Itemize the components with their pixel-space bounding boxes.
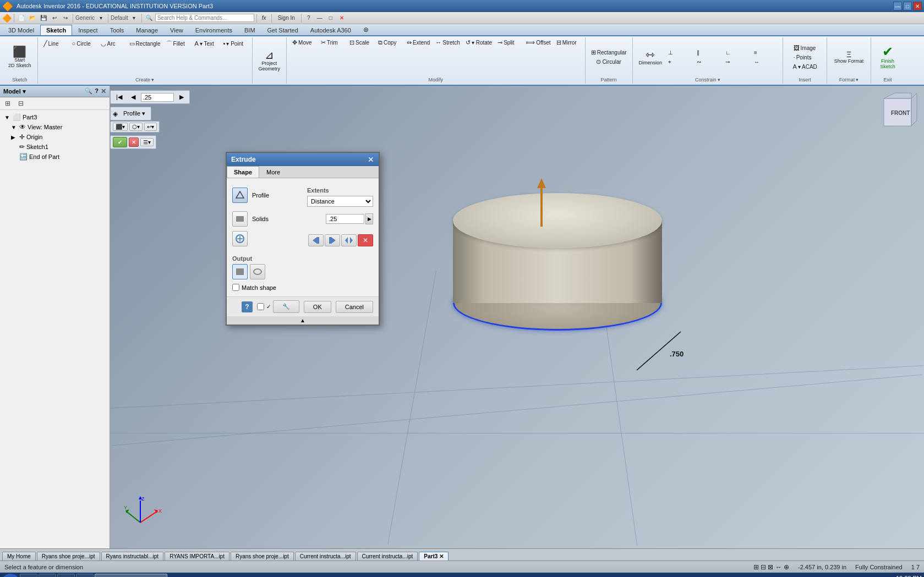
- undo-button[interactable]: ↩: [50, 13, 59, 23]
- match-shape-checkbox[interactable]: [232, 284, 239, 291]
- split-button[interactable]: ⊸Split: [495, 39, 523, 47]
- material-dropdown[interactable]: ▾: [129, 13, 139, 23]
- view-cube[interactable]: FRONT: [876, 90, 920, 134]
- dir-flip-button[interactable]: ✕: [358, 234, 373, 246]
- rotate-button[interactable]: ↺▾ Rotate: [463, 39, 494, 47]
- create-dropdown-icon[interactable]: ▾: [151, 77, 154, 83]
- taskbar-explorer[interactable]: 📁: [20, 574, 37, 577]
- maximize-button[interactable]: □: [903, 2, 912, 10]
- footer-checkbox[interactable]: [257, 303, 264, 310]
- help-button[interactable]: ?: [304, 13, 314, 23]
- tab-manage[interactable]: Manage: [130, 25, 164, 35]
- extrude-tab-more[interactable]: More: [259, 166, 287, 178]
- profile-select-button[interactable]: Profile ▾: [120, 108, 149, 119]
- window-max[interactable]: □: [326, 13, 336, 23]
- viewport[interactable]: .750 X Y Z FRONT: [110, 86, 924, 548]
- dir-both-button[interactable]: [341, 234, 357, 246]
- viewport-cancel-button[interactable]: ✕: [129, 138, 139, 147]
- style-dropdown[interactable]: ▾: [96, 13, 106, 23]
- tree-item-viewmaster[interactable]: ▼ 👁 View: Master: [2, 122, 107, 132]
- save-button[interactable]: 💾: [39, 13, 48, 23]
- dir-left-button[interactable]: [325, 234, 340, 246]
- arc-button[interactable]: ◡Arc: [99, 40, 126, 48]
- signin-button[interactable]: Sign In: [274, 13, 299, 23]
- equal-button[interactable]: ⊸: [723, 58, 751, 67]
- point-button[interactable]: •▾ Point: [221, 40, 249, 48]
- mirror-button[interactable]: ⊟Mirror: [554, 39, 582, 47]
- format-dropdown-icon[interactable]: ▾: [856, 77, 859, 83]
- image-button[interactable]: 🖼Image: [791, 44, 819, 52]
- tab-bim[interactable]: BIM: [238, 25, 261, 35]
- dir-right-button[interactable]: [308, 234, 324, 246]
- btab-current1[interactable]: Current instructa...ipt: [295, 552, 356, 560]
- cancel-button[interactable]: Cancel: [336, 301, 373, 313]
- start-button[interactable]: ⊞: [2, 574, 19, 577]
- extrude-value-input[interactable]: [326, 214, 364, 224]
- parallel-button[interactable]: ∥: [695, 48, 722, 57]
- tree-item-sketch1[interactable]: ✏ Sketch1: [2, 142, 107, 152]
- stretch-button[interactable]: ↔Stretch: [433, 39, 462, 47]
- output-solid-button[interactable]: [232, 264, 248, 279]
- viewport-ok-button[interactable]: ✔: [113, 137, 127, 147]
- footer-settings-button[interactable]: 🔧: [273, 300, 299, 313]
- profile-icon-button[interactable]: [232, 188, 248, 203]
- btab-shoe1[interactable]: Ryans shoe proje...ipt: [37, 552, 100, 560]
- search-button[interactable]: 🔍: [144, 13, 154, 23]
- btab-home[interactable]: My Home: [2, 552, 36, 560]
- fillet-button[interactable]: ⌒Fillet: [164, 40, 192, 48]
- viewport-settings-button[interactable]: ☰▾: [140, 138, 154, 146]
- solids-icon-button[interactable]: [232, 211, 248, 227]
- tangent-button[interactable]: ∟: [723, 48, 751, 57]
- show-format-button[interactable]: Ξ Show Format: [832, 49, 867, 65]
- vp-tool-prev[interactable]: |◀: [113, 92, 125, 102]
- project-geometry-button[interactable]: ⊿ ProjectGeometry: [256, 48, 283, 73]
- extrude-tab-shape[interactable]: Shape: [227, 166, 259, 178]
- dimension-button[interactable]: ⇿ Dimension: [636, 47, 665, 67]
- acad-button[interactable]: A▾ ACAD: [790, 63, 819, 71]
- tree-item-origin[interactable]: ▶ ✛ Origin: [2, 132, 107, 142]
- close-button[interactable]: ✕: [913, 2, 922, 10]
- window-min[interactable]: —: [315, 13, 325, 23]
- sidebar-close-button[interactable]: ✕: [101, 87, 106, 95]
- trim-button[interactable]: ✂Trim: [319, 39, 346, 47]
- circle-button[interactable]: ○Circle: [70, 40, 97, 48]
- colinear-button[interactable]: ∾: [695, 58, 722, 67]
- btab-instructable1[interactable]: Ryans instructabl...ipt: [101, 552, 164, 560]
- tab-view[interactable]: View: [164, 25, 189, 35]
- move-button[interactable]: ✥Move: [290, 39, 318, 47]
- fix-button[interactable]: ↔: [752, 58, 779, 67]
- extend-button[interactable]: ⇔Extend: [404, 39, 432, 47]
- tab-extra[interactable]: ⊕: [357, 24, 375, 35]
- extrude-help-button[interactable]: ?: [242, 301, 253, 312]
- scale-button[interactable]: ⊡Scale: [347, 39, 375, 47]
- sidebar-search-icon[interactable]: 🔍: [85, 87, 92, 95]
- tab-inspect[interactable]: Inspect: [72, 25, 103, 35]
- window-close[interactable]: ✕: [337, 13, 347, 23]
- taskbar-media[interactable]: 🎬: [57, 574, 75, 577]
- value-arrow-button[interactable]: ▶: [365, 213, 373, 224]
- vp-tool-fwd[interactable]: ▶: [176, 92, 187, 102]
- vp-tool-back[interactable]: ◀: [128, 92, 139, 102]
- start-2d-sketch-button[interactable]: ⬛ Start2D Sketch: [6, 45, 34, 70]
- copy-button[interactable]: ⧉Copy: [376, 39, 403, 47]
- ok-button[interactable]: OK: [304, 301, 331, 313]
- tab-getstarted[interactable]: Get Started: [261, 25, 304, 35]
- output-surface-button[interactable]: [250, 264, 265, 279]
- taskbar-inventor[interactable]: 🔶 Autodesk Inventor...: [95, 574, 167, 577]
- coincident-button[interactable]: ≡: [752, 48, 779, 57]
- rectangle-button[interactable]: ▭Rectangle: [127, 40, 163, 48]
- third-icon-button[interactable]: [232, 231, 248, 246]
- extrude-close-button[interactable]: ✕: [368, 155, 374, 164]
- btab-shoe2[interactable]: Ryans shoe proje...ipt: [231, 552, 294, 560]
- dialog-collapse-button[interactable]: ▲: [227, 316, 379, 325]
- line-button[interactable]: ╱Line: [41, 40, 69, 48]
- concentric-button[interactable]: ⌖: [666, 58, 693, 67]
- search-input[interactable]: [155, 14, 254, 22]
- taskbar-ie[interactable]: 🌐: [76, 574, 94, 577]
- finish-sketch-button[interactable]: ✔ FinishSketch: [877, 43, 899, 71]
- btab-part3[interactable]: Part3 ✕: [419, 552, 449, 560]
- tree-item-part3[interactable]: ▼ ⬜ Part3: [2, 112, 107, 122]
- open-button[interactable]: 📂: [28, 13, 37, 23]
- tab-tools[interactable]: Tools: [104, 25, 130, 35]
- tab-3dmodel[interactable]: 3D Model: [2, 25, 40, 35]
